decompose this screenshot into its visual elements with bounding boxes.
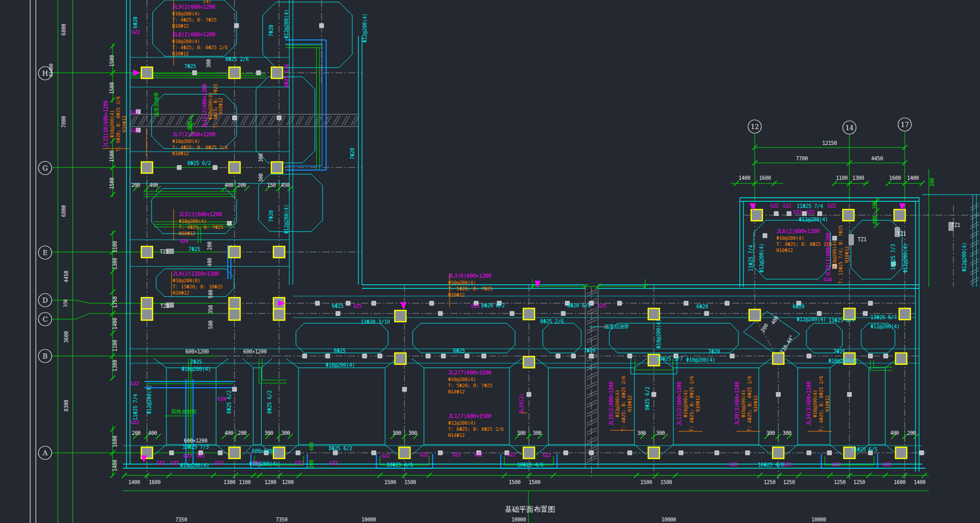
- node-marker: [807, 451, 811, 455]
- node-marker: [232, 116, 237, 120]
- label: TZ1: [897, 231, 906, 237]
- label: 8Φ20 6/2: [567, 303, 591, 308]
- label: GZ2: [215, 460, 223, 466]
- column: [273, 309, 285, 320]
- label: 1600: [889, 175, 901, 181]
- label: 8Φ25 6/2: [645, 387, 650, 410]
- label: N10Φ12: [172, 51, 189, 56]
- foundation-plan-canvas: HGEDCBA121417680063400780068004450350360…: [0, 0, 980, 523]
- label: 6Φ20: [793, 304, 804, 309]
- label: 12150: [822, 140, 837, 146]
- label: 300: [517, 430, 525, 436]
- label: N10Φ12: [172, 23, 189, 29]
- label: Φ10@200(4): [828, 358, 858, 364]
- label: 1300: [853, 175, 864, 181]
- label: 300: [637, 430, 646, 436]
- label: T: 5Φ20; B: 8Φ25 2/6: [115, 96, 121, 152]
- node-marker: [378, 354, 382, 358]
- label: 7Φ25: [188, 246, 200, 252]
- column: [523, 308, 535, 320]
- label: 1500: [109, 177, 115, 189]
- node-marker: [336, 311, 340, 316]
- label: JL6(2)600×1200: [776, 228, 819, 234]
- label: N10Φ12: [627, 395, 632, 412]
- column: [229, 67, 240, 78]
- label: 阳角放射筋: [172, 409, 197, 414]
- label: Φ12@200(4): [284, 204, 289, 234]
- label: JL15(10)600×1200: [103, 100, 109, 148]
- label: N10Φ12: [173, 290, 189, 296]
- node-marker: [319, 24, 324, 28]
- label: 10000: [361, 517, 376, 522]
- label: Φ12@200(4): [284, 9, 289, 38]
- node-marker: [235, 24, 239, 28]
- label: JL16(2)600×1200: [202, 84, 207, 128]
- label: Φ10@200(4): [686, 357, 715, 363]
- label: N10Φ12: [753, 395, 758, 412]
- label: 1500: [404, 479, 416, 485]
- label: 1400: [112, 459, 118, 471]
- column: [648, 308, 659, 320]
- label: Φ10@200(4): [172, 38, 200, 44]
- node-marker: [725, 301, 729, 305]
- label: GZ2: [827, 203, 836, 208]
- label: 1300: [112, 360, 118, 371]
- label: 温度后浇带: [604, 324, 629, 329]
- label: 300: [408, 430, 417, 436]
- label: 500: [208, 289, 214, 298]
- node-marker: [510, 311, 514, 316]
- label: 400: [148, 430, 157, 436]
- node-marker: [679, 451, 683, 455]
- column: [523, 357, 535, 368]
- node-marker: [884, 354, 888, 358]
- column: [896, 353, 907, 364]
- label: JL20(3)600×1200: [734, 382, 740, 426]
- label: 1500: [109, 55, 115, 67]
- node-marker: [315, 301, 319, 305]
- label: 10000: [662, 517, 676, 522]
- label: 6Φ25: [332, 303, 344, 309]
- label: 7Φ20: [268, 25, 274, 36]
- label: Φ12@200(4): [870, 324, 900, 329]
- label: 1100: [836, 175, 848, 181]
- label: 200: [131, 182, 140, 188]
- node-marker: [763, 234, 767, 238]
- label: Φ10@200(8): [173, 278, 200, 283]
- label: 1600: [894, 479, 906, 485]
- label: JL9(2)600×1200: [172, 4, 215, 10]
- label: GZ2: [252, 460, 260, 466]
- label: Φ12@200(4): [146, 385, 152, 414]
- label: 1600: [112, 435, 118, 447]
- column: [273, 246, 285, 258]
- label: 温度后浇带: [154, 92, 159, 117]
- label: 13Φ25 6/7: [870, 315, 897, 320]
- label: 8Φ20 6/2: [481, 303, 505, 308]
- label: 500: [208, 320, 214, 329]
- label: GZ2: [770, 203, 778, 208]
- label: 150: [267, 182, 275, 188]
- label: GZ2: [453, 452, 461, 457]
- label: GZ2: [131, 381, 139, 386]
- label: Φ10@200(4): [448, 376, 476, 382]
- label: T: 5Φ20; B: 7Φ25: [448, 383, 493, 388]
- label: GZ2: [783, 203, 791, 208]
- label: 1250: [783, 479, 795, 485]
- column: [751, 210, 762, 221]
- node-marker: [787, 212, 791, 216]
- label: GZ2: [729, 462, 737, 467]
- label: TZ1: [951, 222, 960, 228]
- column: [229, 246, 240, 258]
- node-marker: [556, 354, 560, 358]
- label: T: 4Φ25; B: 8Φ25 2/6: [172, 45, 228, 50]
- axis-bubble-label: 17: [901, 121, 909, 129]
- label: Φ12@200(4): [962, 242, 967, 271]
- node-marker: [705, 311, 709, 316]
- label: 400: [149, 182, 158, 188]
- axis-bubble-label: H: [42, 70, 48, 77]
- column: [229, 447, 240, 458]
- label: 200: [237, 182, 246, 188]
- node-marker: [333, 451, 337, 455]
- label: 7350: [176, 517, 187, 522]
- label: 300: [656, 430, 665, 436]
- label: 600×1200: [184, 438, 207, 444]
